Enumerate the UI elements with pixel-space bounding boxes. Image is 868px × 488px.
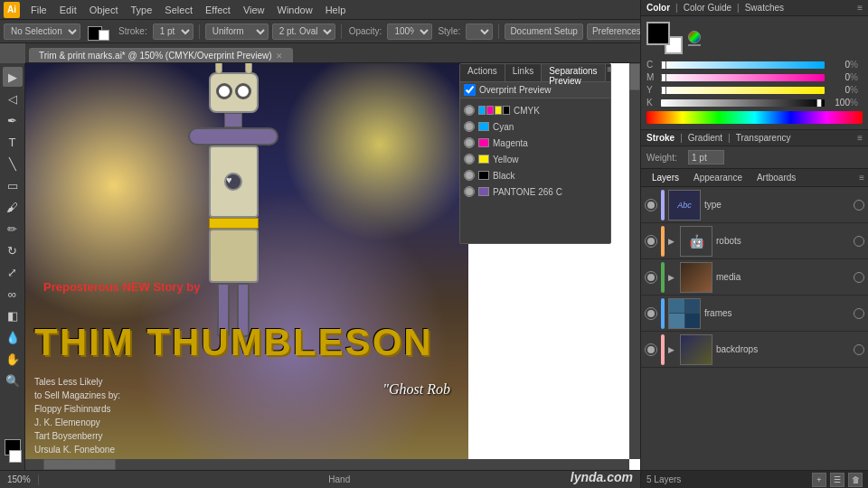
pen-tool[interactable]: ✒ [3,110,23,130]
layer-row-type[interactable]: Abc type [641,187,868,223]
layer-vis-robots[interactable] [645,235,657,248]
menu-object[interactable]: Object [84,3,124,17]
layer-row-backdrops[interactable]: ▶ backdrops [641,332,868,368]
layer-target-frames[interactable] [854,308,864,319]
weight-input[interactable] [688,150,724,164]
v-scroll-thumb[interactable] [629,63,640,90]
gradient-tool[interactable]: ◧ [3,305,23,325]
overprint-preview-checkbox[interactable] [464,84,476,96]
menu-help[interactable]: Help [320,3,352,17]
selection-tool-select[interactable]: No Selection [4,23,80,40]
magenta-slider-thumb[interactable] [661,74,666,81]
yellow-slider-track[interactable] [661,87,825,94]
preferences-button[interactable]: Preferences [587,23,646,40]
layer-row-robots[interactable]: ▶ 🤖 robots [641,223,868,259]
zoom-tool[interactable]: 🔍 [3,371,23,390]
rainbow-gradient-bar[interactable] [646,111,863,124]
layer-row-frames[interactable]: frames [641,296,868,332]
black-slider-thumb[interactable] [816,99,822,107]
layer-expand-backdrops[interactable]: ▶ [668,345,675,354]
sep-eye-cmyk[interactable] [464,105,475,116]
sep-tab-actions[interactable]: Actions [460,64,505,81]
layer-color-frames [661,298,665,329]
direct-select-tool[interactable]: ◁ [3,89,23,108]
black-slider-track[interactable] [661,99,825,107]
layers-tab-layers[interactable]: Layers [645,172,686,183]
layer-target-type[interactable] [854,200,864,211]
opacity-select[interactable]: 100% [387,23,432,40]
style-select[interactable] [466,23,493,40]
tab-close-icon[interactable]: ✕ [276,52,283,61]
layers-tab-artboards[interactable]: Artboards [750,172,803,183]
layer-row-media[interactable]: ▶ media [641,259,868,296]
color-panel-tab-guide[interactable]: Color Guide [684,3,731,13]
cyan-slider-thumb[interactable] [661,61,666,69]
blend-tool[interactable]: ∞ [3,284,23,304]
sep-eye-cyan[interactable] [464,121,475,132]
sep-tab-links[interactable]: Links [505,64,542,81]
h-scroll-thumb[interactable] [43,459,116,470]
sep-eye-black[interactable] [464,170,475,181]
layer-expand-media[interactable]: ▶ [668,273,675,282]
menu-edit[interactable]: Edit [54,3,82,17]
vertical-scrollbar[interactable] [629,63,640,459]
color-mode-sep [688,44,701,46]
eyedropper-tool[interactable]: 💧 [3,327,23,347]
sep-eye-pantone[interactable] [464,186,475,197]
selection-tool[interactable]: ▶ [3,67,23,87]
doc-setup-button[interactable]: Document Setup [505,23,583,40]
robot-figure: ♥ [188,72,278,337]
delete-layer-btn[interactable]: 🗑 [848,473,863,487]
color-panel-tab-color[interactable]: Color [646,3,670,13]
rect-tool[interactable]: ▭ [3,175,23,195]
type-tool[interactable]: T [3,132,23,152]
color-mode-rgb[interactable] [688,31,701,43]
layer-target-backdrops[interactable] [854,344,864,355]
paintbrush-tool[interactable]: 🖌 [3,197,23,217]
layer-target-robots[interactable] [854,236,864,247]
sep-eye-magenta[interactable] [464,137,475,148]
layer-vis-type[interactable] [645,199,657,211]
stroke-tab[interactable]: Stroke [646,133,675,143]
gradient-tab[interactable]: Gradient [688,133,722,143]
menu-window[interactable]: Window [272,3,318,17]
layer-vis-frames[interactable] [645,307,657,320]
line-tool[interactable]: ╲ [3,154,23,174]
scale-tool[interactable]: ⤢ [3,262,23,282]
stroke-width-select[interactable]: 1 pt [153,23,193,40]
magenta-slider-track[interactable] [661,74,825,81]
stroke-panel-collapse[interactable]: ≡ [857,133,863,143]
pencil-tool[interactable]: ✏ [3,219,23,239]
sep-panel-nav[interactable]: ≡ [606,64,615,81]
layer-vis-media[interactable] [645,271,657,284]
sep-row-black: Black [464,167,607,183]
menu-file[interactable]: File [25,3,52,17]
menu-effect[interactable]: Effect [200,3,236,17]
color-panel-collapse[interactable]: ≡ [857,3,863,13]
stroke-swatch[interactable] [9,450,22,463]
cyan-slider-track[interactable] [661,61,825,69]
menu-view[interactable]: View [238,3,270,17]
brush-select[interactable]: 2 pt. Oval [272,23,335,40]
hand-tool[interactable]: ✋ [3,349,23,369]
color-panel-tab-swatches[interactable]: Swatches [745,3,784,13]
menu-type[interactable]: Type [126,3,158,17]
sep-eye-yellow[interactable] [464,154,475,164]
yellow-slider-thumb[interactable] [661,87,666,94]
make-sublayer-btn[interactable]: + [812,473,826,487]
sep-tab-sep-preview[interactable]: Separations Preview [542,64,605,81]
layer-vis-backdrops[interactable] [645,343,657,356]
zoom-level: 150% [7,474,31,484]
layers-tab-appearance[interactable]: Appearance [686,172,750,183]
horizontal-scrollbar[interactable] [25,459,629,470]
transparency-tab[interactable]: Transparency [736,133,791,143]
new-layer-btn[interactable]: ☰ [830,473,844,487]
layer-target-media[interactable] [854,272,864,283]
layers-panel-collapse[interactable]: ≡ [859,173,864,183]
uniform-select[interactable]: Uniform [205,23,269,40]
document-tab[interactable]: Trim & print marks.ai* @ 150% (CMYK/Over… [29,48,293,62]
menu-select[interactable]: Select [159,3,198,17]
rotate-tool[interactable]: ↻ [3,240,23,260]
layer-expand-robots[interactable]: ▶ [668,237,675,246]
foreground-color-swatch[interactable] [646,22,670,45]
